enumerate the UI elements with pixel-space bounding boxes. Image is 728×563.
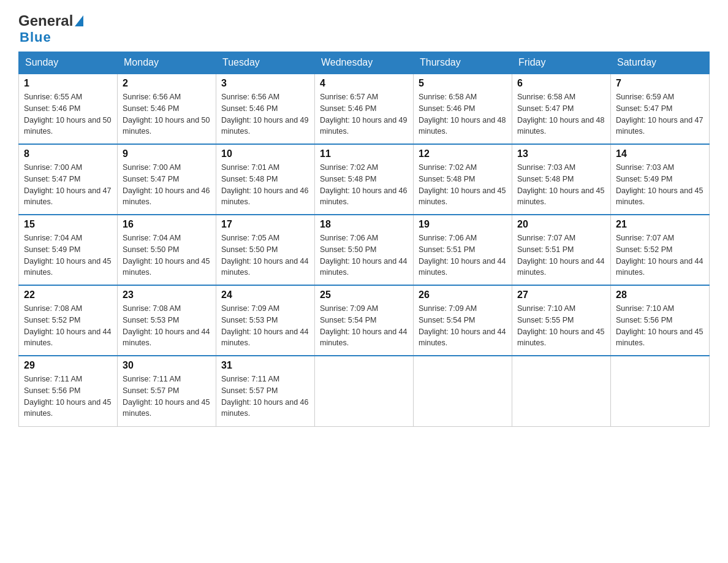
day-info: Sunrise: 7:02 AMSunset: 5:48 PMDaylight:… [320, 162, 408, 208]
day-number: 10 [221, 148, 309, 159]
calendar-cell: 6Sunrise: 6:58 AMSunset: 5:47 PMDaylight… [512, 74, 611, 144]
day-number: 4 [320, 78, 408, 89]
calendar-cell: 13Sunrise: 7:03 AMSunset: 5:48 PMDayligh… [512, 144, 611, 215]
day-number: 3 [221, 78, 309, 89]
day-number: 18 [320, 219, 408, 230]
calendar-cell: 11Sunrise: 7:02 AMSunset: 5:48 PMDayligh… [315, 144, 414, 215]
day-info: Sunrise: 7:03 AMSunset: 5:48 PMDaylight:… [517, 162, 605, 208]
day-number: 27 [517, 289, 605, 301]
day-info: Sunrise: 7:08 AMSunset: 5:52 PMDaylight:… [24, 303, 112, 349]
logo-blue-text: Blue [20, 29, 51, 45]
day-info: Sunrise: 6:55 AMSunset: 5:46 PMDaylight:… [24, 91, 112, 137]
day-info: Sunrise: 7:11 AMSunset: 5:57 PMDaylight:… [123, 373, 211, 419]
day-info: Sunrise: 7:01 AMSunset: 5:48 PMDaylight:… [221, 162, 309, 208]
calendar-table: SundayMondayTuesdayWednesdayThursdayFrid… [18, 52, 710, 427]
day-info: Sunrise: 7:07 AMSunset: 5:52 PMDaylight:… [616, 232, 704, 278]
weekday-header-tuesday: Tuesday [216, 52, 315, 74]
week-row-5: 29Sunrise: 7:11 AMSunset: 5:56 PMDayligh… [19, 356, 710, 426]
calendar-cell: 17Sunrise: 7:05 AMSunset: 5:50 PMDayligh… [216, 215, 315, 285]
weekday-header-monday: Monday [118, 52, 216, 74]
day-number: 31 [221, 360, 309, 371]
day-number: 6 [517, 78, 605, 89]
calendar-cell: 21Sunrise: 7:07 AMSunset: 5:52 PMDayligh… [611, 215, 710, 285]
day-number: 28 [616, 289, 704, 301]
day-number: 16 [123, 219, 211, 230]
weekday-header-saturday: Saturday [611, 52, 710, 74]
day-number: 22 [24, 289, 112, 301]
day-info: Sunrise: 6:58 AMSunset: 5:46 PMDaylight:… [419, 91, 507, 137]
calendar-cell: 10Sunrise: 7:01 AMSunset: 5:48 PMDayligh… [216, 144, 315, 215]
day-number: 5 [419, 78, 507, 89]
calendar-cell: 5Sunrise: 6:58 AMSunset: 5:46 PMDaylight… [414, 74, 512, 144]
day-number: 30 [123, 360, 211, 371]
calendar-cell [611, 356, 710, 426]
calendar-cell: 19Sunrise: 7:06 AMSunset: 5:51 PMDayligh… [414, 215, 512, 285]
calendar-cell: 20Sunrise: 7:07 AMSunset: 5:51 PMDayligh… [512, 215, 611, 285]
calendar-cell: 12Sunrise: 7:02 AMSunset: 5:48 PMDayligh… [414, 144, 512, 215]
day-number: 17 [221, 219, 309, 230]
day-info: Sunrise: 7:11 AMSunset: 5:57 PMDaylight:… [221, 373, 309, 419]
calendar-cell: 9Sunrise: 7:00 AMSunset: 5:47 PMDaylight… [118, 144, 216, 215]
day-number: 2 [123, 78, 211, 89]
day-info: Sunrise: 7:04 AMSunset: 5:49 PMDaylight:… [24, 232, 112, 278]
day-number: 12 [419, 148, 507, 159]
day-number: 25 [320, 289, 408, 301]
day-info: Sunrise: 7:09 AMSunset: 5:53 PMDaylight:… [221, 303, 309, 349]
weekday-header-row: SundayMondayTuesdayWednesdayThursdayFrid… [19, 52, 710, 74]
calendar-cell: 16Sunrise: 7:04 AMSunset: 5:50 PMDayligh… [118, 215, 216, 285]
calendar-cell: 15Sunrise: 7:04 AMSunset: 5:49 PMDayligh… [19, 215, 118, 285]
day-info: Sunrise: 7:09 AMSunset: 5:54 PMDaylight:… [419, 303, 507, 349]
calendar-cell [414, 356, 512, 426]
day-number: 13 [517, 148, 605, 159]
day-info: Sunrise: 7:05 AMSunset: 5:50 PMDaylight:… [221, 232, 309, 278]
calendar-cell: 7Sunrise: 6:59 AMSunset: 5:47 PMDaylight… [611, 74, 710, 144]
calendar-cell: 8Sunrise: 7:00 AMSunset: 5:47 PMDaylight… [19, 144, 118, 215]
day-number: 14 [616, 148, 704, 159]
calendar-cell: 28Sunrise: 7:10 AMSunset: 5:56 PMDayligh… [611, 285, 710, 356]
day-info: Sunrise: 6:56 AMSunset: 5:46 PMDaylight:… [123, 91, 211, 137]
day-info: Sunrise: 7:06 AMSunset: 5:51 PMDaylight:… [419, 232, 507, 278]
day-info: Sunrise: 6:58 AMSunset: 5:47 PMDaylight:… [517, 91, 605, 137]
day-info: Sunrise: 6:56 AMSunset: 5:46 PMDaylight:… [221, 91, 309, 137]
day-info: Sunrise: 7:00 AMSunset: 5:47 PMDaylight:… [123, 162, 211, 208]
calendar-cell: 3Sunrise: 6:56 AMSunset: 5:46 PMDaylight… [216, 74, 315, 144]
day-number: 15 [24, 219, 112, 230]
day-info: Sunrise: 7:08 AMSunset: 5:53 PMDaylight:… [123, 303, 211, 349]
day-info: Sunrise: 7:04 AMSunset: 5:50 PMDaylight:… [123, 232, 211, 278]
calendar-cell: 31Sunrise: 7:11 AMSunset: 5:57 PMDayligh… [216, 356, 315, 426]
calendar-cell: 25Sunrise: 7:09 AMSunset: 5:54 PMDayligh… [315, 285, 414, 356]
day-number: 20 [517, 219, 605, 230]
calendar-cell [315, 356, 414, 426]
day-number: 24 [221, 289, 309, 301]
day-info: Sunrise: 7:09 AMSunset: 5:54 PMDaylight:… [320, 303, 408, 349]
calendar-cell: 30Sunrise: 7:11 AMSunset: 5:57 PMDayligh… [118, 356, 216, 426]
page-header: General Blue [18, 12, 710, 45]
calendar-cell: 2Sunrise: 6:56 AMSunset: 5:46 PMDaylight… [118, 74, 216, 144]
calendar-cell: 23Sunrise: 7:08 AMSunset: 5:53 PMDayligh… [118, 285, 216, 356]
weekday-header-sunday: Sunday [19, 52, 118, 74]
day-info: Sunrise: 7:11 AMSunset: 5:56 PMDaylight:… [24, 373, 112, 419]
day-number: 29 [24, 360, 112, 371]
week-row-1: 1Sunrise: 6:55 AMSunset: 5:46 PMDaylight… [19, 74, 710, 144]
day-number: 1 [24, 78, 112, 89]
day-number: 11 [320, 148, 408, 159]
day-info: Sunrise: 7:10 AMSunset: 5:55 PMDaylight:… [517, 303, 605, 349]
day-number: 9 [123, 148, 211, 159]
day-info: Sunrise: 7:07 AMSunset: 5:51 PMDaylight:… [517, 232, 605, 278]
calendar-cell: 27Sunrise: 7:10 AMSunset: 5:55 PMDayligh… [512, 285, 611, 356]
logo-triangle-icon [75, 15, 83, 26]
week-row-3: 15Sunrise: 7:04 AMSunset: 5:49 PMDayligh… [19, 215, 710, 285]
calendar-cell: 18Sunrise: 7:06 AMSunset: 5:50 PMDayligh… [315, 215, 414, 285]
weekday-header-thursday: Thursday [414, 52, 512, 74]
calendar-cell: 14Sunrise: 7:03 AMSunset: 5:49 PMDayligh… [611, 144, 710, 215]
day-info: Sunrise: 6:57 AMSunset: 5:46 PMDaylight:… [320, 91, 408, 137]
day-info: Sunrise: 7:06 AMSunset: 5:50 PMDaylight:… [320, 232, 408, 278]
day-number: 21 [616, 219, 704, 230]
day-info: Sunrise: 6:59 AMSunset: 5:47 PMDaylight:… [616, 91, 704, 137]
day-number: 19 [419, 219, 507, 230]
day-number: 26 [419, 289, 507, 301]
logo-general-text: General [18, 12, 73, 29]
day-number: 23 [123, 289, 211, 301]
day-info: Sunrise: 7:00 AMSunset: 5:47 PMDaylight:… [24, 162, 112, 208]
day-number: 7 [616, 78, 704, 89]
